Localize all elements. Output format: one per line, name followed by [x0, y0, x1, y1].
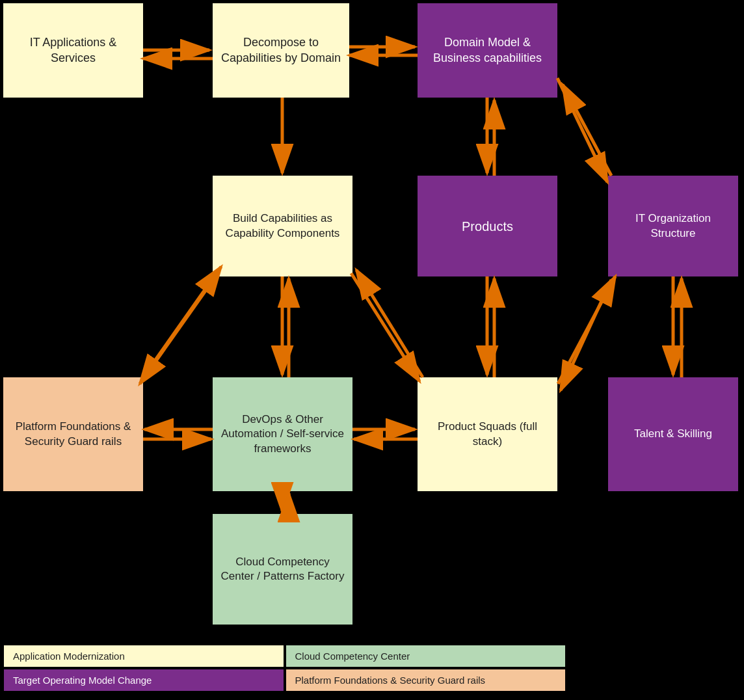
arrows-svg — [0, 0, 744, 700]
box-decompose: Decompose to Capabilities by Domain — [213, 3, 349, 98]
svg-line-15 — [351, 273, 419, 381]
legend-target-operating: Target Operating Model Change — [4, 669, 284, 691]
box-product-squads: Product Squads (full stack) — [418, 377, 557, 491]
svg-line-9 — [557, 78, 607, 182]
svg-line-16 — [356, 270, 423, 377]
box-it-applications: IT Applications & Services — [3, 3, 143, 98]
svg-line-23 — [561, 280, 611, 390]
box-build-capabilities: Build Capabilities as Capability Compone… — [213, 176, 352, 276]
box-products: Products — [418, 176, 557, 276]
svg-line-24 — [558, 276, 615, 384]
box-it-org: IT Organization Structure — [608, 176, 738, 276]
box-devops: DevOps & Other Automation / Self-service… — [213, 377, 352, 491]
box-platform-foundations: Platform Foundations & Security Guard ra… — [3, 377, 143, 491]
svg-line-10 — [563, 85, 611, 176]
legend: Application Modernization Cloud Competen… — [0, 641, 569, 695]
svg-line-12 — [143, 267, 221, 377]
legend-cloud-competency: Cloud Competency Center — [286, 645, 566, 667]
box-talent: Talent & Skilling — [608, 377, 738, 491]
box-cloud-competency: Cloud Competency Center / Patterns Facto… — [213, 514, 352, 625]
svg-line-11 — [140, 273, 218, 384]
legend-app-modernization: Application Modernization — [4, 645, 284, 667]
legend-platform-foundations: Platform Foundations & Security Guard ra… — [286, 669, 566, 691]
diagram: IT Applications & Services Decompose to … — [0, 0, 744, 700]
box-domain-model: Domain Model & Business capabilities — [418, 3, 557, 98]
